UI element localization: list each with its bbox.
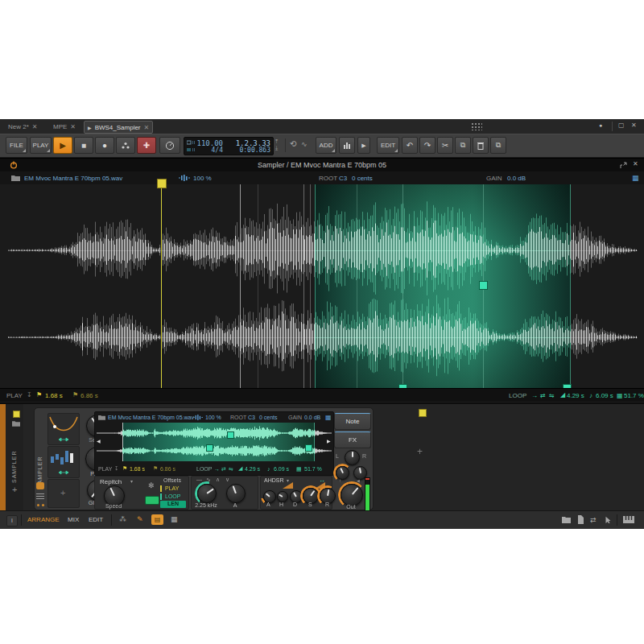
mini-loop-start-handle[interactable]: [206, 444, 213, 452]
io-routing-icon[interactable]: ⇄: [590, 516, 597, 524]
start-flag-icon[interactable]: ⚑: [36, 391, 42, 398]
split-button[interactable]: ✂: [437, 137, 453, 154]
loop-mode-icon[interactable]: →: [531, 392, 538, 399]
mini-file-name[interactable]: EM Mvoc Mantra E 70bpm 05.wav: [108, 415, 194, 420]
gain-value[interactable]: 0.0 dB: [507, 175, 526, 182]
mini-cents[interactable]: 0 cents: [259, 415, 278, 420]
crossloop-icon[interactable]: ⇋: [229, 466, 233, 473]
arrange-view-button[interactable]: ARRANGE: [27, 516, 60, 523]
add-device-icon[interactable]: +: [12, 485, 17, 494]
stop-button[interactable]: ■: [74, 137, 93, 154]
window-close-icon[interactable]: ✕: [631, 122, 637, 129]
filter-bp-icon[interactable]: ∧: [216, 477, 220, 483]
play-button[interactable]: ▶: [53, 137, 72, 154]
sample-file-name[interactable]: EM Mvoc Mantra E 70bpm 05.wav: [24, 175, 122, 182]
undo-button[interactable]: ↶: [402, 137, 418, 154]
piano-icon[interactable]: [623, 516, 634, 523]
mix-view-button[interactable]: MIX: [68, 516, 79, 523]
edit-menu-button[interactable]: EDIT: [377, 137, 399, 154]
velocity-curve-cell[interactable]: [47, 413, 80, 445]
mini-stretch[interactable]: 100 %: [205, 415, 221, 420]
filter-hp-icon[interactable]: ∨: [225, 477, 229, 483]
pan-knob[interactable]: [345, 450, 360, 465]
keytrack-toggle[interactable]: [145, 496, 159, 505]
punch-in-icon[interactable]: ⤒: [275, 138, 278, 145]
chevron-down-icon[interactable]: ▾: [287, 477, 289, 483]
copy-button[interactable]: ⧉: [455, 137, 471, 154]
mixer-view-button[interactable]: [339, 137, 355, 154]
scroll-right-icon[interactable]: ▶: [327, 438, 331, 444]
detach-icon[interactable]: [620, 162, 627, 169]
window-dot-icon[interactable]: ●: [599, 122, 602, 128]
file-icon[interactable]: [577, 515, 584, 524]
fx-tab-button[interactable]: FX: [334, 431, 371, 448]
root-cents-value[interactable]: 0 cents: [352, 175, 373, 182]
play-menu-button[interactable]: PLAY: [30, 137, 52, 154]
duplicate-button[interactable]: ⧉: [490, 137, 506, 154]
filter-off-icon[interactable]: —: [196, 477, 202, 482]
mini-loop-mid-handle[interactable]: [227, 431, 234, 439]
tab-new2[interactable]: New 2* ✕: [5, 121, 41, 132]
add-track-button[interactable]: ADD: [316, 137, 336, 154]
mini-gain[interactable]: 0.0 dB: [304, 415, 320, 420]
mini-loop-end-handle[interactable]: [305, 444, 312, 452]
loop-start-value[interactable]: 4.29 s: [567, 392, 584, 399]
playhead-handle[interactable]: [157, 179, 167, 188]
loop-fade-value[interactable]: 51.7 %: [624, 392, 644, 399]
offset-loop-button[interactable]: LOOP: [165, 493, 180, 499]
filter-cutoff-knob[interactable]: [197, 484, 217, 503]
zoom-grid-icon[interactable]: ▦: [325, 414, 332, 421]
out-gain-knob[interactable]: [341, 484, 363, 506]
loop-mode-icon[interactable]: →: [214, 466, 220, 472]
mini-waveform-canvas[interactable]: [95, 423, 333, 461]
grid-toggle-icon[interactable]: ▦: [171, 515, 178, 523]
mini-end[interactable]: 6.86 s: [160, 466, 175, 472]
tab-mpe[interactable]: MPE ✕: [50, 121, 79, 132]
close-icon[interactable]: ✕: [144, 124, 150, 131]
add-modulator-cell[interactable]: +: [47, 479, 80, 508]
redo-button[interactable]: ↷: [419, 137, 436, 154]
overdub-button[interactable]: ✚: [137, 137, 156, 154]
close-icon[interactable]: ✕: [633, 160, 638, 167]
note-tab-button[interactable]: Note: [334, 413, 371, 430]
close-icon[interactable]: ✕: [32, 123, 38, 130]
offset-len-button[interactable]: LEN: [160, 501, 186, 508]
file-menu-button[interactable]: FILE: [6, 137, 27, 154]
scroll-left-icon[interactable]: ◀: [97, 438, 101, 444]
hand-cursor-icon[interactable]: [605, 515, 612, 524]
pingpong-icon[interactable]: ⇄: [221, 466, 226, 473]
device-enable-icon[interactable]: [36, 482, 44, 489]
end-flag-icon[interactable]: ⚑: [72, 391, 78, 398]
mini-start[interactable]: 1.68 s: [130, 466, 145, 472]
punch-out-icon[interactable]: ⤓: [275, 145, 278, 151]
tab-bws4-sampler[interactable]: ▶ BWS4_Sampler ✕: [84, 121, 153, 134]
crossloop-icon[interactable]: ⇋: [549, 392, 555, 399]
zoom-grid-icon[interactable]: ▦: [632, 174, 639, 182]
info-button[interactable]: i: [6, 515, 18, 526]
time-signature[interactable]: 4/4: [191, 147, 223, 154]
freeze-icon[interactable]: ✻: [148, 481, 155, 489]
close-icon[interactable]: ✕: [70, 123, 76, 130]
mini-loop-fade[interactable]: 51.7 %: [304, 466, 322, 472]
mini-loop-start[interactable]: 4.29 s: [245, 466, 260, 472]
folder-icon[interactable]: [12, 420, 20, 427]
song-time[interactable]: 0:00.863: [226, 147, 270, 154]
loop-mid-handle[interactable]: [479, 281, 488, 290]
device-menu-icon[interactable]: [36, 493, 44, 494]
waveform-display[interactable]: [0, 184, 644, 388]
loop-toggle-icon[interactable]: ⟲: [290, 139, 296, 148]
stretch-amount[interactable]: 100 %: [193, 175, 212, 182]
automation-write-button[interactable]: [116, 137, 135, 154]
root-note-value[interactable]: C3: [339, 175, 347, 182]
waveform-canvas[interactable]: [0, 184, 644, 388]
play-cursor-button[interactable]: ▶: [357, 137, 370, 154]
sample-start-value[interactable]: 1.68 s: [45, 392, 63, 399]
loop-end-value[interactable]: 6.09 s: [596, 392, 613, 399]
window-restore-icon[interactable]: ▢: [618, 122, 625, 129]
pencil-icon[interactable]: ✎: [137, 515, 143, 523]
record-button[interactable]: ●: [95, 137, 114, 154]
env-hold-knob[interactable]: [277, 491, 288, 502]
mini-loop-end[interactable]: 6.09 s: [274, 466, 289, 472]
filter-res-knob[interactable]: [226, 484, 246, 503]
mini-sample-display[interactable]: EM Mvoc Mantra E 70bpm 05.wav 100 % ROOT…: [94, 411, 334, 476]
